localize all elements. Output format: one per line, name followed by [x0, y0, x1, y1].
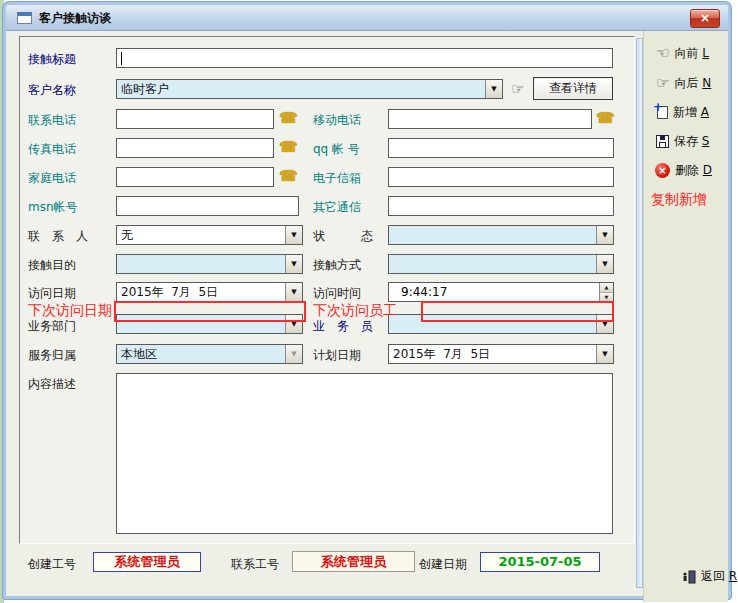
plan-date-picker[interactable]: 2015年 7月 5日 ▼	[388, 344, 614, 364]
add-icon: +	[657, 106, 668, 119]
contact-purpose-combobox[interactable]: ▼	[116, 254, 303, 274]
forward-button[interactable]: ☜ 向前 L	[656, 45, 709, 62]
contact-person-combobox[interactable]: 无 ▼	[116, 225, 303, 245]
visit-date-value: 2015年 7月 5日	[117, 284, 285, 301]
return-label: 返回	[701, 569, 725, 583]
title-bar: 客户接触访谈 ×	[6, 5, 728, 31]
customer-name-combobox[interactable]: 临时客户 ▼	[116, 79, 503, 99]
add-label: 新增	[673, 105, 697, 119]
mobile-phone-input[interactable]	[388, 109, 592, 129]
msn-account-input[interactable]	[116, 196, 299, 216]
visit-time-spinner[interactable]: 9:44:17 ▲▼	[388, 282, 614, 302]
delete-icon: ×	[655, 163, 670, 178]
dropdown-arrow-icon[interactable]: ▼	[596, 345, 613, 363]
contact-person-value: 无	[117, 227, 285, 244]
qq-account-label: qq 帐 号	[313, 141, 360, 158]
visit-date-picker[interactable]: 2015年 7月 5日 ▼	[116, 282, 303, 302]
return-button[interactable]: 返回 R	[658, 568, 737, 585]
dropdown-arrow-icon[interactable]: ▼	[596, 226, 613, 244]
qq-account-input[interactable]	[388, 138, 614, 158]
window-icon	[17, 12, 32, 24]
next-visit-employee-label: 下次访问员工	[313, 302, 397, 320]
copy-add-button[interactable]: 复制新增	[651, 191, 707, 209]
dropdown-arrow-icon[interactable]: ▼	[285, 226, 302, 244]
fax-phone-input[interactable]	[116, 138, 274, 158]
spin-down-icon[interactable]: ▼	[600, 293, 613, 302]
service-area-combobox: 本地区 ▼	[116, 344, 303, 364]
spin-up-icon[interactable]: ▲	[600, 283, 613, 293]
mobile-phone-label: 移动电话	[313, 112, 361, 129]
phone-icon[interactable]: ☎	[279, 140, 298, 155]
exit-door-icon	[658, 570, 696, 584]
contact-method-label: 接触方式	[313, 257, 361, 274]
hand-left-icon: ☜	[656, 46, 669, 61]
delete-button[interactable]: × 删除 D	[655, 162, 712, 179]
content-desc-textarea[interactable]	[116, 373, 613, 534]
contact-phone-input[interactable]	[116, 109, 274, 129]
backward-label: 向后	[674, 76, 698, 90]
visit-time-label: 访问时间	[313, 285, 361, 302]
pointing-finger-icon[interactable]: ☞	[511, 82, 524, 97]
vertical-scrollbar[interactable]	[636, 38, 643, 588]
visit-time-value: 9:44:17	[389, 285, 599, 299]
contact-title-label: 接触标题	[28, 51, 76, 68]
text-caret	[121, 52, 122, 65]
status-label: 状 态	[313, 228, 373, 245]
view-detail-button[interactable]: 查看详情	[533, 77, 613, 100]
contact-method-combobox[interactable]: ▼	[388, 254, 614, 274]
contact-title-input[interactable]	[116, 48, 613, 68]
add-button[interactable]: + 新增 A	[657, 104, 709, 121]
save-button[interactable]: 保存 S	[656, 133, 709, 150]
created-date-value: 2015-07-05	[480, 552, 600, 572]
dropdown-arrow-icon[interactable]: ▼	[285, 255, 302, 273]
dropdown-arrow-icon[interactable]: ▼	[485, 80, 502, 98]
forward-label: 向前	[674, 46, 698, 60]
customer-name-value: 临时客户	[117, 81, 485, 98]
next-visit-date-input[interactable]	[114, 301, 306, 322]
home-phone-input[interactable]	[116, 167, 274, 187]
plan-date-value: 2015年 7月 5日	[389, 346, 596, 363]
dropdown-arrow-icon[interactable]: ▼	[285, 283, 302, 301]
service-area-label: 服务归属	[28, 347, 76, 364]
contact-phone-label: 联系电话	[28, 112, 76, 129]
other-comm-input[interactable]	[388, 196, 614, 216]
delete-label: 删除	[675, 163, 699, 177]
other-comm-label: 其它通信	[313, 199, 361, 216]
contact-person-label: 联 系 人	[28, 228, 88, 245]
dialog-window: 客户接触访谈 × 接触标题 客户名称 临时客户 ▼ ☞ 查看详情 联系电话 ☎ …	[3, 2, 731, 599]
email-input[interactable]	[388, 167, 614, 187]
plan-date-label: 计划日期	[313, 347, 361, 364]
backward-button[interactable]: ☞ 向后 N	[656, 75, 711, 92]
creator-id-label: 创建工号	[28, 556, 76, 573]
phone-icon[interactable]: ☎	[279, 111, 298, 126]
close-button[interactable]: ×	[690, 9, 720, 28]
next-visit-date-label: 下次访问日期	[28, 302, 112, 320]
salesperson-label: 业 务 员	[313, 318, 373, 335]
phone-icon[interactable]: ☎	[279, 169, 298, 184]
spinner-buttons: ▲▼	[599, 283, 613, 301]
copy-add-label: 复制新增	[651, 191, 707, 209]
status-combobox[interactable]: ▼	[388, 225, 614, 245]
contact-id-label: 联系工号	[231, 556, 279, 573]
next-visit-employee-input[interactable]	[421, 301, 614, 322]
phone-icon[interactable]: ☎	[596, 111, 615, 126]
hand-right-icon: ☞	[656, 76, 669, 91]
visit-date-label: 访问日期	[28, 285, 76, 302]
msn-account-label: msn帐号	[28, 199, 78, 216]
email-label: 电子信箱	[313, 170, 361, 187]
created-date-label: 创建日期	[419, 556, 467, 573]
contact-purpose-label: 接触目的	[28, 257, 76, 274]
business-dept-label: 业务部门	[28, 318, 76, 335]
contact-id-button[interactable]: 系统管理员	[292, 551, 415, 572]
service-area-value: 本地区	[117, 346, 285, 363]
dropdown-arrow-icon: ▼	[285, 345, 302, 363]
dropdown-arrow-icon[interactable]: ▼	[596, 255, 613, 273]
save-label: 保存	[674, 134, 698, 148]
window-title: 客户接触访谈	[39, 10, 111, 27]
fax-phone-label: 传真电话	[28, 141, 76, 158]
creator-id-value: 系统管理员	[93, 552, 201, 572]
content-desc-label: 内容描述	[28, 376, 76, 393]
customer-name-label: 客户名称	[28, 82, 76, 99]
home-phone-label: 家庭电话	[28, 170, 76, 187]
save-icon	[656, 135, 669, 148]
